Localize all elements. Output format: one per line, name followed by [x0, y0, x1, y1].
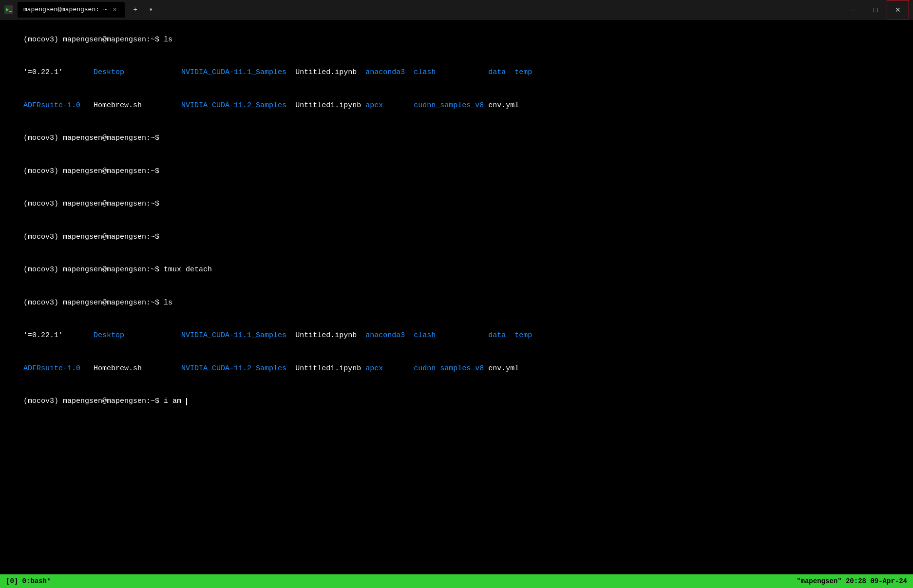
terminal-line-1: (mocov3) mapengsen@mapengsen:~$ ls — [6, 23, 907, 57]
terminal-line-ls2: (mocov3) mapengsen@mapengsen:~$ ls — [6, 286, 907, 320]
current-input: i am — [164, 397, 186, 405]
statusbar: [0] 0:bash* "mapengsen" 20:28 09-Apr-24 — [0, 574, 913, 588]
ls-output-row2-first: ADFRsuite-1.0 Homebrew.sh NVIDIA_CUDA-11… — [6, 89, 907, 122]
tmux-session-info: [0] 0:bash* — [6, 577, 51, 585]
titlebar: mapengsen@mapengsen: ~ ✕ + ▾ ─ □ ✕ — [0, 0, 913, 19]
prompt-1: (mocov3) mapengsen@mapengsen:~$ — [23, 36, 164, 44]
terminal-line-empty-2: (mocov3) mapengsen@mapengsen:~$ — [6, 155, 907, 188]
terminal-icon — [4, 5, 14, 15]
ls-output-row1-second: '=0.22.1' Desktop NVIDIA_CUDA-11.1_Sampl… — [6, 320, 907, 353]
new-tab-button[interactable]: + — [129, 3, 142, 17]
tab-close-button[interactable]: ✕ — [111, 6, 119, 14]
titlebar-actions: + ▾ — [129, 3, 158, 17]
ls-output-row1-first: '=0.22.1' Desktop NVIDIA_CUDA-11.1_Sampl… — [6, 57, 907, 90]
terminal-line-empty-3: (mocov3) mapengsen@mapengsen:~$ — [6, 188, 907, 221]
svg-rect-2 — [9, 11, 12, 12]
tab-label: mapengsen@mapengsen: ~ — [23, 6, 107, 13]
terminal-line-tmux: (mocov3) mapengsen@mapengsen:~$ tmux det… — [6, 254, 907, 287]
terminal-area[interactable]: (mocov3) mapengsen@mapengsen:~$ ls '=0.2… — [0, 19, 913, 574]
session-time-info: "mapengsen" 20:28 09-Apr-24 — [797, 577, 907, 585]
status-left: [0] 0:bash* — [6, 577, 51, 585]
terminal-line-empty-4: (mocov3) mapengsen@mapengsen:~$ — [6, 221, 907, 254]
dropdown-button[interactable]: ▾ — [144, 3, 158, 17]
cursor — [186, 398, 187, 405]
cmd-1: ls — [164, 36, 172, 44]
maximize-button[interactable]: □ — [864, 0, 887, 19]
window-controls: ─ □ ✕ — [842, 0, 909, 19]
terminal-line-current[interactable]: (mocov3) mapengsen@mapengsen:~$ i am — [6, 385, 907, 418]
terminal-line-empty-1: (mocov3) mapengsen@mapengsen:~$ — [6, 122, 907, 155]
minimize-button[interactable]: ─ — [842, 0, 864, 19]
terminal-tab[interactable]: mapengsen@mapengsen: ~ ✕ — [18, 2, 125, 18]
close-button[interactable]: ✕ — [887, 0, 909, 19]
ls-output-row2-second: ADFRsuite-1.0 Homebrew.sh NVIDIA_CUDA-11… — [6, 352, 907, 385]
status-right: "mapengsen" 20:28 09-Apr-24 — [797, 577, 907, 585]
